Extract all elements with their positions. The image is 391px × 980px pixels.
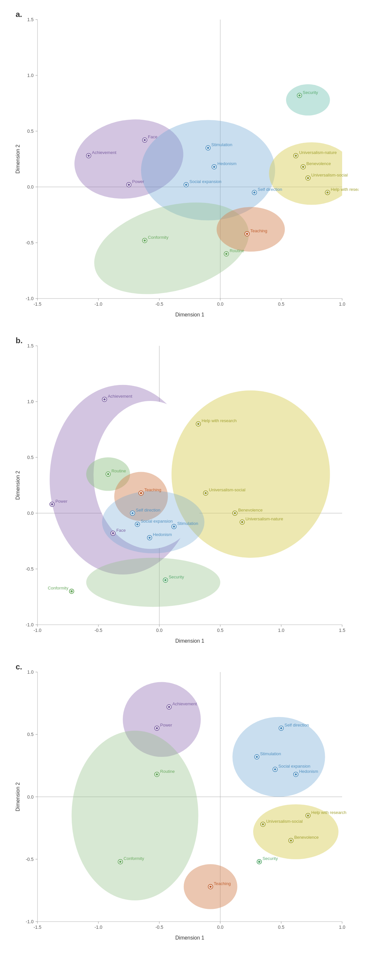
data-point-inner <box>302 166 304 168</box>
chart-section-c: c.-1.5-1.0-0.50.00.51.0-1.0-0.50.00.51.0… <box>13 659 378 943</box>
chart-svg-chart-a: a.-1.5-1.0-0.50.00.51.0-1.0-0.50.00.51.0… <box>13 6 358 320</box>
x-tick-label: 0.5 <box>278 301 285 307</box>
data-point-inner <box>119 861 122 863</box>
y-tick-label: -1.0 <box>26 919 33 924</box>
point-label-social-expansion: Social expansion <box>141 519 173 523</box>
point-label-conformity: Conformity <box>148 235 168 240</box>
point-label-routine: Routine <box>230 248 244 253</box>
point-label-achievement: Achievement <box>92 150 117 155</box>
point-label-power: Power <box>132 179 145 184</box>
y-tick-label: -0.5 <box>26 857 33 862</box>
data-point-inner <box>326 191 329 194</box>
point-label-universalism-nature: Universalism-nature <box>245 516 283 521</box>
point-label-achievement: Achievement <box>108 394 133 399</box>
data-point-inner <box>307 814 309 816</box>
point-label-power: Power <box>55 499 68 504</box>
point-label-hedonism: Hedonism <box>153 532 172 537</box>
x-tick-label: -1.0 <box>95 301 102 307</box>
point-label-security: Security <box>303 90 318 95</box>
x-tick-label: -0.5 <box>155 301 163 307</box>
data-point-inner <box>136 523 138 525</box>
y-tick-label: -0.5 <box>26 566 33 571</box>
point-label-teaching: Teaching <box>214 881 231 886</box>
chart-section-a: a.-1.5-1.0-0.50.00.51.0-1.0-0.50.00.51.0… <box>13 6 378 320</box>
y-axis-label: Dimension 2 <box>15 782 21 811</box>
x-tick-label: 0.0 <box>217 301 223 307</box>
point-label-teaching: Teaching <box>144 487 161 492</box>
x-tick-label: 1.0 <box>339 924 345 930</box>
point-label-universalism-social: Universalism-social <box>209 487 245 492</box>
point-label-conformity: Conformity <box>123 856 144 861</box>
data-point-inner <box>51 503 53 505</box>
page: a.-1.5-1.0-0.50.00.51.0-1.0-0.50.00.51.0… <box>0 0 391 963</box>
point-label-stimulation: Stimulation <box>260 751 281 756</box>
data-point-inner <box>241 521 244 523</box>
x-tick-label: -1.0 <box>33 628 41 633</box>
point-label-social-expansion: Social expansion <box>278 764 310 768</box>
x-axis-label: Dimension 1 <box>175 312 204 317</box>
data-point-inner <box>156 727 158 729</box>
x-tick-label: -1.0 <box>95 924 102 930</box>
data-point-inner <box>274 768 276 770</box>
data-point-inner <box>246 232 248 235</box>
chart-svg-chart-b: b.-1.0-0.50.00.51.01.5-1.0-0.50.00.51.01… <box>13 333 358 646</box>
y-tick-label: -1.0 <box>26 296 33 301</box>
x-tick-label: -0.5 <box>95 628 102 633</box>
data-point-inner <box>164 579 166 581</box>
y-tick-label: 1.5 <box>27 17 34 22</box>
point-label-self-direction: Self direction <box>285 722 309 727</box>
chart-label-chart-c: c. <box>16 662 22 671</box>
point-label-help-with-research: Help with research <box>202 418 237 423</box>
point-label-help-with-research: Help with research <box>331 187 358 192</box>
chart-label-chart-b: b. <box>16 336 22 345</box>
x-tick-label: -1.5 <box>33 924 41 930</box>
point-label-conformity: Conformity <box>48 585 68 590</box>
y-tick-label: 1.0 <box>27 670 34 675</box>
point-label-face: Face <box>148 134 157 139</box>
data-point-inner <box>156 773 158 775</box>
y-axis-label: Dimension 2 <box>15 471 21 500</box>
y-tick-label: 0.5 <box>27 732 34 737</box>
x-tick-label: -0.5 <box>155 924 163 930</box>
point-label-routine: Routine <box>111 468 126 473</box>
data-point-inner <box>103 398 106 401</box>
data-point-inner <box>112 532 114 535</box>
data-point-inner <box>88 154 90 157</box>
y-tick-label: 0.0 <box>27 185 34 189</box>
y-tick-label: 0.0 <box>27 794 34 800</box>
x-tick-label: 0.0 <box>217 924 223 930</box>
point-label-self-direction: Self direction <box>258 187 282 192</box>
point-label-security: Security <box>263 856 278 861</box>
data-point-inner <box>258 861 260 863</box>
point-label-power: Power <box>160 722 173 727</box>
data-point-inner <box>207 147 209 149</box>
data-point-inner <box>209 885 212 888</box>
data-point-inner <box>168 706 170 708</box>
x-tick-label: 1.0 <box>278 628 285 633</box>
data-point-inner <box>290 839 292 842</box>
point-label-social-expansion: Social expansion <box>189 179 221 184</box>
point-label-universalism-social: Universalism-social <box>311 173 348 177</box>
point-label-security: Security <box>169 574 184 579</box>
point-label-hedonism: Hedonism <box>217 161 237 166</box>
x-tick-label: 0.5 <box>278 924 285 930</box>
point-label-stimulation: Stimulation <box>212 142 232 147</box>
y-tick-label: 1.0 <box>27 73 34 78</box>
point-label-hedonism: Hedonism <box>299 769 318 774</box>
point-label-benevolence: Benevolence <box>306 161 331 166</box>
point-label-face: Face <box>116 528 126 533</box>
data-point-inner <box>173 525 175 528</box>
x-tick-label: 1.5 <box>339 628 345 633</box>
data-point-inner <box>253 191 255 194</box>
y-axis-label: Dimension 2 <box>15 145 21 173</box>
y-tick-label: 0.5 <box>27 455 34 460</box>
chart-section-b: b.-1.0-0.50.00.51.01.5-1.0-0.50.00.51.01… <box>13 333 378 646</box>
point-label-benevolence: Benevolence <box>238 508 263 512</box>
data-point-inner <box>298 94 301 97</box>
data-point-inner <box>234 512 236 514</box>
data-point-inner <box>185 184 187 186</box>
data-point-inner <box>144 239 146 242</box>
data-point-inner <box>128 184 130 186</box>
chart-svg-chart-c: c.-1.5-1.0-0.50.00.51.0-1.0-0.50.00.51.0… <box>13 659 358 943</box>
cluster-green_large <box>86 558 220 607</box>
